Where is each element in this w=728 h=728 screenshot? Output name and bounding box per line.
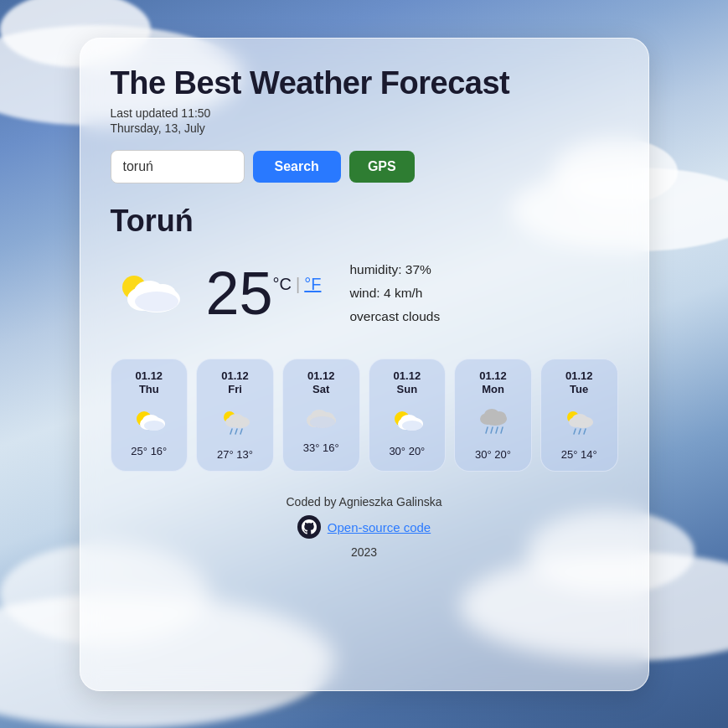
fahrenheit-unit[interactable]: °F [304, 275, 321, 294]
forecast-date-value: 01.12 [565, 369, 593, 384]
forecast-row: 01.12 Thu 25° 16° 01.12 Fri [111, 359, 618, 472]
svg-point-31 [493, 411, 506, 421]
forecast-weather-icon [562, 404, 596, 441]
footer-year: 2023 [111, 545, 618, 559]
forecast-date-value: 01.12 [479, 369, 507, 384]
temperature-value: 25 [206, 263, 273, 323]
forecast-card: 01.12 Tue 25° 14° [540, 359, 618, 472]
city-name: Toruń [111, 204, 618, 239]
svg-line-35 [501, 427, 503, 433]
weather-details: humidity: 37% wind: 4 km/h overcast clou… [349, 258, 440, 328]
svg-point-10 [144, 421, 164, 431]
weather-card: The Best Weather Forecast Last updated 1… [80, 38, 649, 691]
unit-separator: | [296, 275, 300, 294]
forecast-temps: 33° 16° [303, 441, 339, 454]
svg-line-42 [584, 429, 586, 434]
forecast-day-value: Mon [479, 383, 507, 397]
forecast-day-value: Sun [394, 383, 421, 397]
forecast-date: 01.12 Tue [565, 369, 593, 398]
forecast-weather-icon [390, 404, 424, 438]
humidity-text: humidity: 37% [349, 258, 440, 281]
forecast-weather-icon [304, 404, 338, 435]
svg-line-41 [579, 429, 581, 434]
svg-line-40 [574, 429, 576, 434]
forecast-date: 01.12 Mon [479, 369, 507, 398]
forecast-day-value: Fri [221, 383, 249, 397]
last-updated-text: Last updated 11:50 [111, 106, 618, 120]
forecast-weather-icon [132, 404, 166, 438]
forecast-day-value: Thu [136, 383, 163, 397]
forecast-card: 01.12 Thu 25° 16° [111, 359, 188, 472]
forecast-date-value: 01.12 [221, 369, 249, 384]
app-title: The Best Weather Forecast [111, 65, 618, 101]
search-input[interactable] [111, 150, 245, 183]
forecast-date: 01.12 Fri [221, 369, 249, 398]
svg-line-33 [491, 427, 493, 433]
temperature-units: °C | °F [273, 275, 322, 294]
forecast-temps: 30° 20° [389, 445, 425, 457]
forecast-weather-icon [219, 404, 252, 441]
forecast-card: 01.12 Mon 30° 20° [454, 359, 532, 472]
forecast-day-value: Tue [565, 383, 593, 397]
wind-text: wind: 4 km/h [349, 281, 440, 305]
svg-point-27 [402, 421, 422, 431]
forecast-temps: 25° 16° [131, 445, 167, 457]
footer-github-row: Open-source code [111, 515, 618, 539]
svg-point-22 [310, 416, 335, 428]
search-row: Search GPS [111, 150, 618, 183]
forecast-date: 01.12 Thu [136, 369, 163, 398]
current-weather: 25 °C | °F humidity: 37% wind: 4 km/h ov… [111, 256, 618, 332]
github-icon [297, 515, 321, 539]
description-text: overcast clouds [349, 305, 440, 328]
svg-line-32 [486, 427, 488, 433]
gps-button[interactable]: GPS [349, 151, 415, 183]
svg-point-39 [572, 414, 587, 424]
celsius-unit: °C [273, 275, 292, 294]
forecast-card: 01.12 Sat 33° 16° [282, 359, 360, 472]
forecast-day-value: Sat [307, 383, 335, 397]
forecast-date: 01.12 Sat [307, 369, 335, 398]
forecast-date-value: 01.12 [136, 369, 163, 384]
forecast-date-value: 01.12 [307, 369, 335, 384]
forecast-weather-icon [477, 404, 510, 441]
svg-point-14 [229, 414, 244, 424]
forecast-temps: 25° 14° [561, 448, 597, 461]
forecast-card: 01.12 Fri 27° 13° [196, 359, 274, 472]
open-source-link[interactable]: Open-source code [328, 520, 431, 534]
forecast-date-value: 01.12 [394, 369, 421, 384]
footer: Coded by Agnieszka Galinska Open-source … [111, 495, 618, 559]
current-weather-icon [111, 256, 186, 332]
svg-line-16 [235, 429, 237, 434]
forecast-temps: 30° 20° [475, 448, 511, 461]
forecast-temps: 27° 13° [217, 448, 253, 461]
date-text: Thursday, 13, July [111, 121, 618, 135]
svg-line-15 [230, 429, 232, 434]
svg-point-5 [135, 292, 178, 312]
svg-line-17 [240, 429, 242, 434]
coded-by-text: Coded by Agnieszka Galinska [111, 495, 618, 509]
forecast-date: 01.12 Sun [394, 369, 421, 398]
search-button[interactable]: Search [253, 151, 341, 183]
svg-line-34 [496, 427, 498, 433]
forecast-card: 01.12 Sun 30° 20° [369, 359, 447, 472]
temperature-block: 25 °C | °F [206, 263, 322, 323]
